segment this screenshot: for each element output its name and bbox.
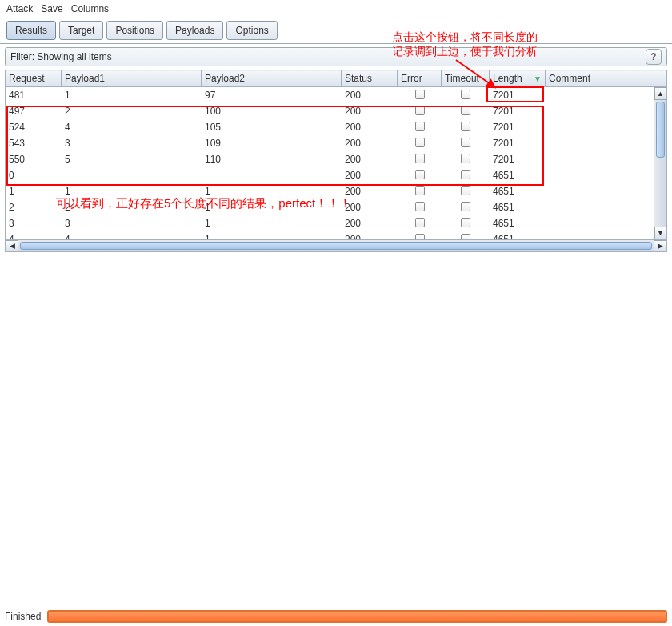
menu-attack[interactable]: Attack: [6, 3, 33, 14]
cell: [546, 103, 666, 119]
cell: 2: [62, 103, 202, 119]
scroll-thumb[interactable]: [656, 102, 665, 158]
scroll-right-icon[interactable]: ▶: [654, 240, 666, 251]
tab-results[interactable]: Results: [6, 21, 56, 40]
table-row[interactable]: 55051102007201: [6, 151, 666, 167]
cell: 7201: [490, 135, 546, 151]
table-row[interactable]: 54331092007201: [6, 135, 666, 151]
table-row[interactable]: 49721002007201: [6, 103, 666, 119]
table-row[interactable]: 4811972007201: [6, 87, 666, 103]
cell: 4651: [490, 199, 546, 215]
checkbox-icon[interactable]: [461, 202, 470, 211]
table-row[interactable]: 02004651: [6, 167, 666, 183]
checkbox-icon[interactable]: [461, 90, 470, 99]
cell: 4651: [490, 183, 546, 199]
checkbox-icon[interactable]: [461, 154, 470, 163]
checkbox-icon[interactable]: [461, 186, 470, 195]
cell: 5: [62, 151, 202, 167]
status-bar: Finished: [0, 607, 672, 626]
tab-options[interactable]: Options: [226, 21, 277, 40]
cell: 100: [202, 103, 342, 119]
checkbox-icon[interactable]: [415, 186, 425, 195]
horizontal-scrollbar[interactable]: ◀ ▶: [5, 239, 667, 252]
table-row[interactable]: 4412004651: [6, 231, 666, 239]
col-status[interactable]: Status: [342, 70, 398, 87]
checkbox-icon[interactable]: [461, 170, 470, 179]
table-row[interactable]: 3312004651: [6, 215, 666, 231]
col-payload1[interactable]: Payload1: [62, 70, 202, 87]
cell-checkbox: [442, 231, 490, 239]
cell: [546, 199, 666, 215]
checkbox-icon[interactable]: [461, 138, 470, 147]
cell: 497: [6, 103, 62, 119]
menu-save[interactable]: Save: [41, 3, 62, 14]
checkbox-icon[interactable]: [415, 106, 425, 115]
cell: 1: [202, 215, 342, 231]
cell-checkbox: [398, 183, 442, 199]
cell-checkbox: [442, 103, 490, 119]
cell-checkbox: [442, 151, 490, 167]
checkbox-icon[interactable]: [461, 122, 470, 131]
help-button[interactable]: ?: [646, 49, 662, 65]
col-comment[interactable]: Comment: [546, 70, 667, 87]
cell-checkbox: [398, 135, 442, 151]
table-row[interactable]: 52441052007201: [6, 119, 666, 135]
cell: [546, 119, 666, 135]
table-row[interactable]: 1112004651: [6, 183, 666, 199]
scroll-down-icon[interactable]: ▼: [654, 227, 666, 239]
checkbox-icon[interactable]: [415, 202, 425, 211]
cell-checkbox: [398, 119, 442, 135]
col-length[interactable]: Length▼: [490, 70, 546, 87]
cell: [546, 215, 666, 231]
checkbox-icon[interactable]: [415, 122, 425, 131]
checkbox-icon[interactable]: [461, 106, 470, 115]
vertical-scrollbar[interactable]: ▲ ▼: [654, 87, 666, 239]
checkbox-icon[interactable]: [415, 138, 425, 147]
tab-target[interactable]: Target: [59, 21, 103, 40]
cell: 200: [342, 199, 398, 215]
cell: 200: [342, 167, 398, 183]
cell-checkbox: [442, 199, 490, 215]
checkbox-icon[interactable]: [415, 154, 425, 163]
cell: 200: [342, 135, 398, 151]
cell: 4651: [490, 167, 546, 183]
cell-checkbox: [398, 87, 442, 103]
filter-bar[interactable]: Filter: Showing all items ?: [5, 47, 667, 66]
cell: [202, 167, 342, 183]
table-header-row: Request Payload1 Payload2 Status Error T…: [6, 70, 667, 87]
checkbox-icon[interactable]: [461, 218, 470, 227]
table-body-viewport: 4811972007201497210020072015244105200720…: [5, 87, 667, 239]
checkbox-icon[interactable]: [415, 218, 425, 227]
col-error[interactable]: Error: [398, 70, 442, 87]
tab-payloads[interactable]: Payloads: [166, 21, 223, 40]
results-table: Request Payload1 Payload2 Status Error T…: [5, 70, 667, 239]
cell: [546, 151, 666, 167]
checkbox-icon[interactable]: [461, 234, 470, 240]
cell: 550: [6, 151, 62, 167]
checkbox-icon[interactable]: [415, 90, 425, 99]
cell-checkbox: [442, 87, 490, 103]
scroll-left-icon[interactable]: ◀: [6, 240, 18, 251]
cell: 524: [6, 119, 62, 135]
cell: 97: [202, 87, 342, 103]
col-request[interactable]: Request: [6, 70, 62, 87]
cell: 2: [6, 199, 62, 215]
cell: 200: [342, 215, 398, 231]
cell-checkbox: [398, 151, 442, 167]
table-row[interactable]: 2212004651: [6, 199, 666, 215]
hscroll-thumb[interactable]: [20, 242, 652, 250]
col-timeout[interactable]: Timeout: [442, 70, 490, 87]
cell: 7201: [490, 87, 546, 103]
menu-columns[interactable]: Columns: [71, 3, 109, 14]
checkbox-icon[interactable]: [415, 234, 425, 240]
cell: 200: [342, 183, 398, 199]
checkbox-icon[interactable]: [415, 170, 425, 179]
tab-positions[interactable]: Positions: [106, 21, 163, 40]
cell-checkbox: [398, 103, 442, 119]
progress-bar: [47, 610, 667, 623]
status-label: Finished: [5, 611, 41, 622]
scroll-up-icon[interactable]: ▲: [654, 87, 666, 100]
cell: 1: [62, 87, 202, 103]
col-payload2[interactable]: Payload2: [202, 70, 342, 87]
cell: 2: [62, 199, 202, 215]
